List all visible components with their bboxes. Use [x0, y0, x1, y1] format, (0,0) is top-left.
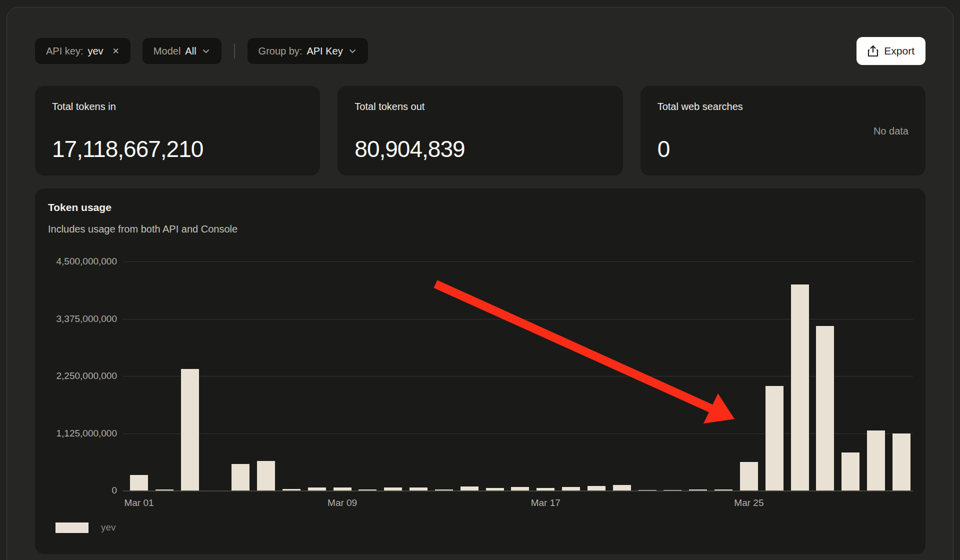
bar-mar-27[interactable]: [791, 284, 809, 490]
bar-mar-06[interactable]: [257, 461, 275, 490]
bar-mar-17[interactable]: [536, 488, 554, 490]
export-button-label: Export: [884, 45, 914, 57]
model-chip-label: Model: [154, 46, 180, 57]
bar-mar-31[interactable]: [892, 434, 910, 490]
x-axis-line: [123, 490, 913, 492]
stat-label: Total tokens out: [354, 101, 606, 112]
stat-label: Total tokens in: [52, 101, 303, 112]
bar-mar-18[interactable]: [562, 487, 580, 490]
stat-value: 80,904,839: [354, 136, 464, 162]
model-filter-chip[interactable]: Model All: [142, 38, 222, 64]
export-upload-icon: [868, 45, 878, 57]
y-tick-label: 1,125,000,000: [37, 428, 117, 439]
bar-mar-01[interactable]: [130, 475, 148, 490]
stat-card-tokens-out: Total tokens out 80,904,839: [338, 86, 622, 176]
bar-mar-12[interactable]: [410, 488, 428, 490]
bar-mar-05[interactable]: [232, 464, 250, 490]
bar-mar-13[interactable]: [435, 490, 453, 490]
legend-label: yev: [101, 522, 116, 533]
bar-mar-07[interactable]: [282, 489, 300, 490]
remove-api-key-filter-icon[interactable]: ✕: [112, 46, 120, 56]
filter-toolbar: API key: yev ✕ Model All Group by: API K…: [35, 37, 926, 65]
group-by-filter-chip[interactable]: Group by: API Key: [248, 38, 368, 64]
x-tick-label: Mar 25: [734, 498, 764, 508]
bar-mar-15[interactable]: [486, 488, 504, 490]
stat-card-web-searches: Total web searches No data 0: [640, 86, 926, 176]
model-chip-value: All: [185, 46, 196, 57]
group-by-chip-value: API Key: [306, 46, 342, 57]
bar-mar-14[interactable]: [460, 486, 478, 490]
no-data-note: No data: [874, 126, 908, 137]
bar-mar-19[interactable]: [588, 486, 606, 490]
y-tick-label: 2,250,000,000: [37, 370, 117, 382]
api-key-filter-chip[interactable]: API key: yev ✕: [35, 38, 130, 64]
api-key-chip-label: API key:: [46, 46, 83, 57]
y-tick-label: 0: [37, 485, 117, 496]
bar-mar-29[interactable]: [842, 452, 860, 490]
bar-mar-23[interactable]: [689, 490, 707, 490]
bar-mar-25[interactable]: [740, 462, 758, 490]
api-key-chip-value: yev: [88, 46, 103, 57]
bar-mar-03[interactable]: [181, 369, 199, 490]
bar-chart-plot: 01,125,000,0002,250,000,0003,375,000,000…: [35, 188, 926, 554]
x-tick-label: Mar 09: [328, 498, 357, 508]
usage-dashboard: { "filters": { "api_key_chip": { "label"…: [0, 0, 960, 560]
legend-swatch: [56, 522, 88, 533]
bar-mar-08[interactable]: [308, 488, 326, 490]
filter-separator: [234, 44, 235, 58]
y-tick-label: 4,500,000,000: [37, 256, 117, 267]
bar-mar-22[interactable]: [664, 490, 682, 490]
dashboard-panel: API key: yev ✕ Model All Group by: API K…: [6, 7, 954, 560]
group-by-chip-label: Group by:: [258, 46, 302, 57]
bar-mar-10[interactable]: [358, 490, 376, 490]
x-tick-label: Mar 01: [124, 498, 154, 508]
stat-value: 17,118,667,210: [52, 136, 203, 162]
bar-mar-02[interactable]: [156, 490, 174, 490]
stat-label: Total web searches: [658, 101, 908, 112]
bar-mar-28[interactable]: [816, 326, 834, 490]
bar-mar-21[interactable]: [638, 490, 656, 490]
token-usage-chart-card: Token usage Includes usage from both API…: [35, 188, 926, 554]
bar-mar-09[interactable]: [334, 488, 352, 490]
stat-cards: Total tokens in 17,118,667,210 Total tok…: [35, 86, 926, 176]
export-button[interactable]: Export: [856, 37, 926, 65]
filter-chips: API key: yev ✕ Model All Group by: API K…: [35, 38, 368, 64]
bar-mar-26[interactable]: [766, 386, 784, 490]
stat-value: 0: [658, 136, 670, 162]
chevron-down-icon: [348, 46, 357, 56]
bar-mar-30[interactable]: [867, 430, 885, 490]
chart-legend: yev: [56, 522, 116, 533]
chevron-down-icon: [202, 46, 210, 56]
x-tick-label: Mar 17: [531, 498, 560, 508]
stat-card-tokens-in: Total tokens in 17,118,667,210: [35, 86, 320, 176]
bar-mar-24[interactable]: [714, 490, 732, 490]
bar-mar-11[interactable]: [384, 488, 402, 490]
gridline: [123, 262, 913, 262]
y-tick-label: 3,375,000,000: [37, 314, 117, 324]
bar-mar-16[interactable]: [511, 487, 529, 490]
bar-mar-20[interactable]: [613, 485, 631, 490]
